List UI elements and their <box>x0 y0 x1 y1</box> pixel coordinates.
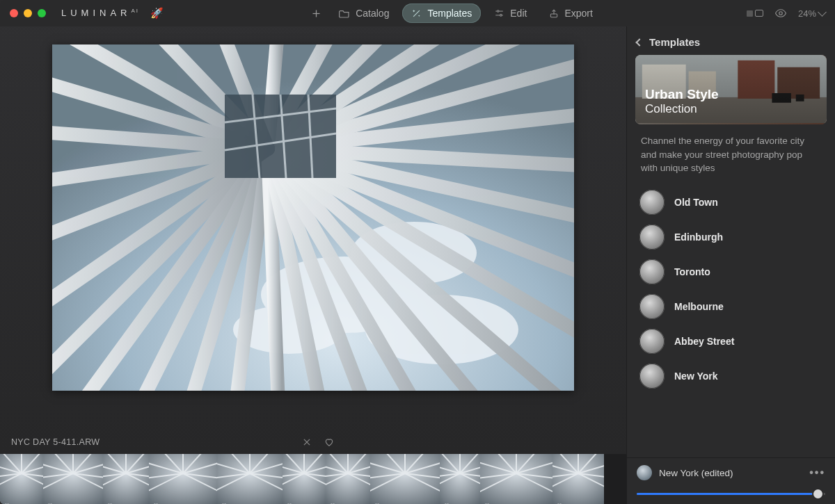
template-thumb <box>639 190 665 215</box>
file-actions <box>302 437 334 447</box>
rocket-icon[interactable]: 🚀 <box>150 7 164 19</box>
main-mode-tabs: Catalog Templates Edit Export <box>169 3 739 23</box>
tab-catalog-label: Catalog <box>356 8 389 19</box>
filmstrip-thumb[interactable] <box>0 454 43 504</box>
app-window: LUMINARAI 🚀 Catalog Templates <box>0 0 835 504</box>
reject-button[interactable] <box>302 437 312 447</box>
template-label: Abbey Street <box>674 336 734 347</box>
filmstrip-thumb[interactable] <box>370 454 440 504</box>
tab-edit-label: Edit <box>510 8 527 19</box>
tab-templates[interactable]: Templates <box>402 3 481 23</box>
collection-description: Channel the energy of your favorite city… <box>627 131 835 181</box>
template-label: New York <box>674 371 718 382</box>
template-thumb <box>639 294 665 319</box>
sidebar-back[interactable]: Templates <box>627 26 835 55</box>
close-window-button[interactable] <box>10 9 18 17</box>
tab-export[interactable]: Export <box>540 3 601 23</box>
minimize-window-button[interactable] <box>24 9 32 17</box>
folder-icon <box>339 8 350 18</box>
tab-export-label: Export <box>564 8 592 19</box>
svg-point-7 <box>779 12 783 15</box>
applied-template-label: New York (edited) <box>659 468 802 478</box>
window-controls <box>10 9 46 17</box>
favorite-button[interactable] <box>324 437 334 447</box>
tab-catalog[interactable]: Catalog <box>330 3 398 23</box>
chevron-left-icon <box>635 38 643 46</box>
brand-text: LUMINAR <box>61 8 132 19</box>
template-item[interactable]: Old Town <box>634 185 829 220</box>
tab-templates-label: Templates <box>427 8 472 19</box>
sliders-icon <box>494 8 504 18</box>
template-label: Old Town <box>674 197 718 208</box>
filmstrip-thumb[interactable] <box>43 454 103 504</box>
filmstrip-thumb[interactable] <box>440 454 480 504</box>
template-list: Old TownEdinburghTorontoMelbourneAbbey S… <box>627 181 835 457</box>
template-label: Melbourne <box>674 301 724 312</box>
collection-subtitle: Collection <box>645 102 719 116</box>
filmstrip-thumb[interactable] <box>103 454 149 504</box>
sidebar-back-label: Templates <box>649 36 700 48</box>
top-right-status: 24% <box>745 7 825 19</box>
templates-sidebar: Templates Urban Style Collection <box>626 26 835 504</box>
close-icon <box>302 437 312 447</box>
template-thumb <box>639 259 665 284</box>
brand-suffix: AI <box>132 8 140 14</box>
canvas-area: NYC DAY 5-411.ARW <box>0 26 626 504</box>
template-label: Toronto <box>674 266 710 277</box>
add-button[interactable] <box>306 3 326 23</box>
main-area: NYC DAY 5-411.ARW <box>0 26 835 504</box>
svg-point-4 <box>498 10 500 13</box>
applied-template-thumb <box>637 465 652 480</box>
svg-point-5 <box>500 15 502 17</box>
top-bar: LUMINARAI 🚀 Catalog Templates <box>0 0 835 26</box>
template-item[interactable]: New York <box>634 359 829 393</box>
collection-banner[interactable]: Urban Style Collection <box>635 55 827 124</box>
template-item[interactable]: Edinburgh <box>634 220 829 254</box>
applied-template-footer: New York (edited) ••• <box>627 457 835 504</box>
collection-title: Urban Style <box>645 87 719 102</box>
template-item[interactable]: Abbey Street <box>634 324 829 359</box>
template-item[interactable]: Melbourne <box>634 289 829 324</box>
heart-icon <box>324 437 334 447</box>
filename-label: NYC DAY 5-411.ARW <box>11 437 100 447</box>
zoom-value: 24% <box>798 8 816 19</box>
compare-view-toggle[interactable] <box>745 10 763 17</box>
tab-edit[interactable]: Edit <box>485 3 536 23</box>
svg-rect-6 <box>551 14 557 17</box>
template-strength-slider[interactable] <box>637 487 825 500</box>
file-info-row: NYC DAY 5-411.ARW <box>0 425 626 454</box>
filmstrip-thumb[interactable] <box>326 454 370 504</box>
magic-icon <box>411 8 422 19</box>
app-brand: LUMINARAI <box>61 8 139 18</box>
template-thumb <box>639 329 665 354</box>
template-label: Edinburgh <box>674 231 723 243</box>
zoom-dropdown[interactable]: 24% <box>798 8 825 19</box>
applied-template-more-button[interactable]: ••• <box>809 466 825 479</box>
template-thumb <box>639 225 665 250</box>
filmstrip-thumb[interactable] <box>149 454 217 504</box>
filmstrip-thumb[interactable] <box>217 454 283 504</box>
filmstrip-thumb[interactable] <box>480 454 552 504</box>
filmstrip-thumb[interactable] <box>552 454 604 504</box>
preview-toggle[interactable] <box>774 7 787 19</box>
filmstrip[interactable] <box>0 454 626 504</box>
eye-icon <box>774 7 787 19</box>
viewport <box>0 44 626 425</box>
template-item[interactable]: Toronto <box>634 254 829 289</box>
template-thumb <box>639 364 665 389</box>
filmstrip-thumb[interactable] <box>283 454 326 504</box>
chevron-down-icon <box>818 8 827 17</box>
export-icon <box>549 8 559 19</box>
main-photo[interactable] <box>52 44 574 391</box>
maximize-window-button[interactable] <box>38 9 46 17</box>
